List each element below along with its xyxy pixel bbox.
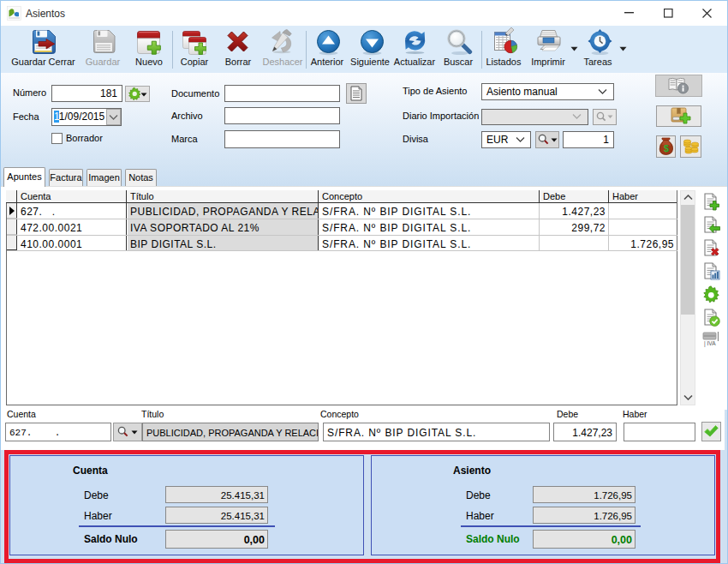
svg-text:$: $	[664, 143, 669, 153]
svg-text:| IVA: | IVA	[704, 340, 716, 347]
